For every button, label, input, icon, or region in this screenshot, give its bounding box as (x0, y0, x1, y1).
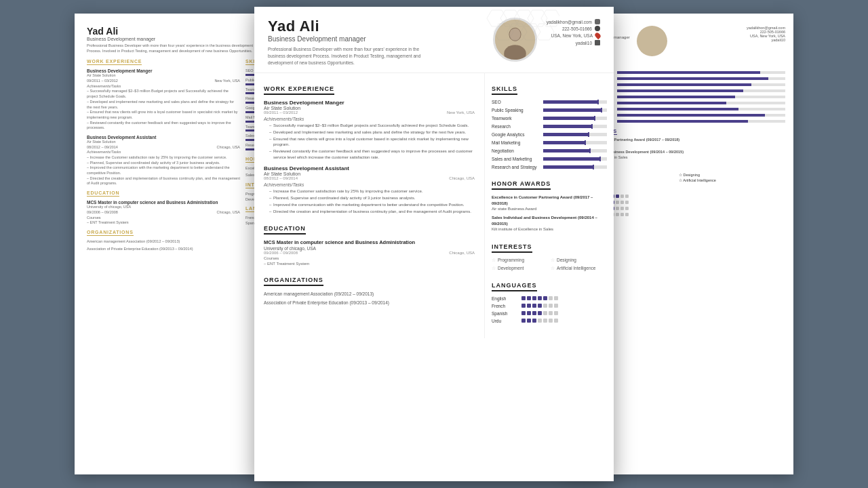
header-title: Business Development manager (268, 35, 484, 43)
lang-dot (549, 296, 553, 300)
skill-label: Teamwork (492, 116, 540, 121)
lang-dots (521, 304, 558, 308)
social-value: yadali10 (576, 41, 592, 45)
lang-dot (521, 304, 526, 308)
bullet: Ensured that new clients will grow into … (269, 136, 475, 148)
skill-bar (543, 100, 607, 104)
lang-dot (521, 296, 526, 300)
skill-bar-fill (543, 149, 589, 152)
skill-bar (543, 117, 607, 120)
lang-dot (527, 311, 531, 315)
award-1-org: Air state Business Award (492, 207, 536, 211)
lang-dot (538, 296, 542, 300)
skill-bar-marker (588, 132, 589, 137)
language-item: French (492, 304, 607, 308)
skill-bar-marker (593, 165, 594, 169)
job1-company: Air State Solution (264, 106, 475, 110)
lang-dots (521, 296, 558, 300)
left-bg-org-heading: ORGANIZATIONS (87, 230, 134, 236)
skill-bar-marker (589, 148, 591, 153)
languages-list: English French Spanish Urdu (492, 296, 607, 323)
lang-dot (538, 311, 542, 315)
header-name: Yad Ali (268, 18, 484, 35)
phone-icon (595, 26, 600, 31)
lang-dot (521, 319, 526, 323)
lang-dot (532, 319, 536, 323)
skill-item: Sales and Marketing (492, 157, 607, 161)
skill-bar (543, 108, 607, 112)
lang-dot (527, 319, 531, 323)
honor-awards-section: HONOR AWARDS Excellence in Customer Part… (492, 176, 607, 232)
job2-title: Business Development Assistant (264, 165, 475, 171)
skill-bar-marker (591, 124, 593, 129)
skill-bar (543, 133, 607, 136)
job-2: Business Development Assistant Air State… (264, 165, 475, 214)
left-bg-name: Yad Ali (87, 26, 259, 37)
lang-dot (543, 304, 547, 308)
lang-dot (554, 296, 558, 300)
job2-meta: 08/2012 – 09/2014 Chicago, USA (264, 176, 475, 180)
edu-item: MCS Master in computer science and Busin… (264, 239, 475, 266)
left-column: WORK EXPERIENCE Business Development Man… (254, 73, 485, 338)
left-bg-title: Business Development manager (87, 37, 259, 41)
left-bg-desc: Professional Business Developer with mor… (87, 43, 259, 54)
lang-dots (521, 311, 558, 315)
left-bg-job2-title: Business Development Assistant (87, 135, 240, 140)
organizations-heading: ORGANIZATIONS (264, 277, 323, 286)
skill-label: Sales and Marketing (492, 157, 540, 161)
bullet: Planned, Supervise and coordinated daily… (269, 195, 475, 201)
skill-bar-marker (601, 108, 602, 113)
award-2: Sales Individual and Business Developmen… (492, 215, 607, 232)
lang-dot (554, 311, 558, 315)
lang-label: French (492, 304, 519, 308)
lang-dot (527, 304, 531, 308)
org-item-1: American management Association (09/2012… (264, 291, 475, 297)
resume-header: Yad Ali Business Development manager Pro… (254, 7, 614, 73)
lang-dot (549, 304, 553, 308)
languages-heading: LANGUAGES (492, 282, 537, 291)
interest-programming: ☆ Programming (492, 258, 548, 263)
bullet: Directed the creation and implementation… (269, 209, 475, 214)
skill-label: SEO (492, 100, 540, 104)
interests-grid: ☆ Programming ☆ Designing ☆ Development (492, 258, 607, 271)
skill-bar (543, 165, 607, 169)
org-item-2: Association of Private Enterprise Educat… (264, 300, 475, 306)
star-icon: ☆ (492, 258, 496, 263)
edu-degree: MCS Master in computer science and Busin… (264, 239, 475, 246)
skill-bar (543, 149, 607, 152)
skill-item: Google Analytics (492, 132, 607, 137)
lang-label: English (492, 296, 519, 301)
lang-dot (538, 304, 542, 308)
location-icon (594, 32, 601, 39)
left-bg-edu-heading: EDUCATION (87, 190, 119, 197)
hex-decoration (478, 7, 559, 61)
lang-dot (532, 304, 536, 308)
award-1: Excellence in Customer Partnering Award … (492, 195, 607, 211)
lang-label: Spanish (492, 311, 519, 316)
education-section: EDUCATION MCS Master in computer science… (264, 221, 475, 266)
skill-item: SEO (492, 100, 607, 104)
phone-value: 222-505-01666 (562, 26, 592, 31)
skill-item: Public Speaking (492, 108, 607, 113)
resume-body: WORK EXPERIENCE Business Development Man… (254, 73, 614, 338)
lang-dot (543, 311, 547, 315)
lang-dot (527, 296, 531, 300)
bullet: Increase the Customer satisfaction rate … (269, 188, 475, 194)
lang-dot (543, 296, 547, 300)
job1-bullets: Successfully managed $2–$3 million Budge… (264, 123, 475, 160)
lang-dot (554, 304, 558, 308)
main-resume: Yad Ali Business Development manager Pro… (254, 7, 614, 481)
skill-item: Mail Marketing (492, 140, 607, 145)
job-1: Business Development Manger Air State So… (264, 100, 475, 160)
skill-bar-marker (594, 116, 595, 121)
job1-meta: 09/2011 – 03/2012 New York, USA (264, 110, 475, 115)
work-experience-section: WORK EXPERIENCE Business Development Man… (264, 81, 475, 214)
skill-item: Research and Strategy (492, 165, 607, 169)
star-icon: ☆ (492, 266, 496, 271)
star-icon: ☆ (551, 266, 555, 271)
header-description: Professional Business Developer with mor… (268, 46, 424, 66)
organizations-section: ORGANIZATIONS American management Associ… (264, 272, 475, 306)
edu-meta: 09/2006 – 09/2008 Chicago, USA (264, 251, 475, 255)
skill-label: Google Analytics (492, 132, 540, 137)
languages-section: LANGUAGES English French Spanish Urdu (492, 278, 607, 323)
